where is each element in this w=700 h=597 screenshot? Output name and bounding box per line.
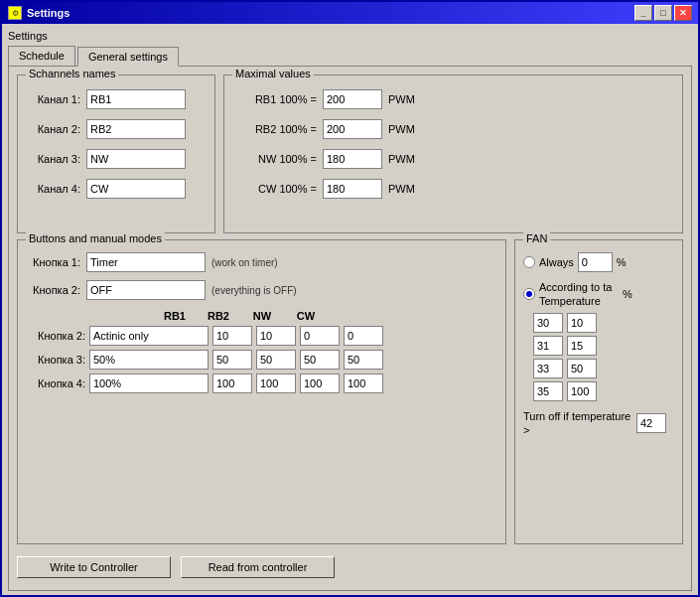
- fan-pct2[interactable]: [567, 336, 597, 356]
- fan-temp-row-4: [533, 381, 674, 401]
- fan-title: FAN: [523, 232, 550, 244]
- fan-according-label: According to ta Temperature: [539, 280, 619, 309]
- grid-row2-label: Кнопка 3:: [26, 354, 85, 366]
- maxval-label-3: NW 100% =: [232, 153, 317, 165]
- grid-header: RB1 RB2 NW CW: [155, 310, 497, 322]
- maxval-label-1: RB1 100% =: [232, 93, 317, 105]
- maxval-unit-1: PWM: [388, 93, 423, 105]
- maxvals-group: Maximal values RB1 100% = PWM RB2 100% =…: [223, 75, 683, 233]
- channel-label-2: Канал 2:: [26, 123, 80, 135]
- fan-temp-row-1: [533, 313, 674, 333]
- maxval-row-3: NW 100% = PWM: [232, 149, 674, 169]
- fan-pct4[interactable]: [567, 381, 597, 401]
- fan-always-radio[interactable]: [523, 256, 535, 268]
- grid-row1-cw[interactable]: [344, 326, 383, 346]
- maxval-label-4: CW 100% =: [232, 183, 317, 195]
- write-controller-button[interactable]: Write to Controller: [17, 556, 171, 578]
- maxval-row-4: CW 100% = PWM: [232, 179, 674, 199]
- grid-row1-nw[interactable]: [300, 326, 340, 346]
- tab-schedule[interactable]: Schedule: [8, 46, 75, 66]
- grid-row1-rb1[interactable]: [212, 326, 252, 346]
- channel-label-4: Канал 4:: [26, 183, 80, 195]
- fan-always-input[interactable]: [578, 252, 613, 272]
- grid-row2-rb2[interactable]: [256, 350, 296, 370]
- tab-general[interactable]: General settings: [77, 47, 179, 67]
- middle-row: Buttons and manual modes Кнопка 1: (work…: [17, 239, 683, 544]
- grid-row3-rb1[interactable]: [212, 373, 252, 393]
- fan-temp-row-3: [533, 359, 674, 378]
- close-button[interactable]: ✕: [674, 5, 692, 21]
- fan-according-percent: %: [623, 288, 632, 300]
- channel-input-4[interactable]: [86, 179, 186, 199]
- fan-group: FAN Always % According to ta Temperature…: [514, 239, 683, 544]
- maxval-label-2: RB2 100% =: [232, 123, 317, 135]
- grid-row2-rb1[interactable]: [212, 350, 252, 370]
- fan-temp1[interactable]: [533, 313, 563, 333]
- maxval-row-2: RB2 100% = PWM: [232, 119, 674, 139]
- fan-pct1[interactable]: [567, 313, 597, 333]
- bottom-bar: Write to Controller Read from controller: [17, 550, 683, 582]
- fan-turnoff-input[interactable]: [636, 413, 666, 433]
- grid-row2-nw[interactable]: [300, 350, 340, 370]
- fan-according-radio[interactable]: [523, 288, 535, 300]
- grid-col-rb1: RB1: [155, 310, 195, 322]
- grid-row2-name[interactable]: [89, 350, 209, 370]
- tab-content: Schannels names Канал 1: Канал 2: Канал …: [8, 66, 692, 591]
- settings-menu-item[interactable]: Settings: [8, 30, 48, 42]
- read-controller-button[interactable]: Read from controller: [181, 556, 335, 578]
- fan-temp-table: [533, 313, 674, 401]
- window-icon: ⚙: [8, 6, 22, 20]
- manual-grid: RB1 RB2 NW CW Кнопка 2:: [26, 310, 497, 393]
- grid-col-rb2: RB2: [199, 310, 238, 322]
- grid-row1-rb2[interactable]: [256, 326, 296, 346]
- title-bar: ⚙ Settings _ □ ✕: [2, 2, 698, 24]
- top-row: Schannels names Канал 1: Канал 2: Канал …: [17, 75, 683, 233]
- maxval-input-nw[interactable]: [323, 149, 382, 169]
- channel-row-4: Канал 4:: [26, 179, 207, 199]
- grid-row3-nw[interactable]: [300, 373, 340, 393]
- knopka2-top-row: Кнопка 2: (everything is OFF): [26, 280, 497, 300]
- grid-row3-name[interactable]: [89, 373, 209, 393]
- buttons-title: Buttons and manual modes: [26, 232, 165, 244]
- grid-col-cw: CW: [286, 310, 326, 322]
- maxval-input-rb1[interactable]: [323, 89, 382, 109]
- channels-title: Schannels names: [26, 68, 118, 79]
- maximize-button[interactable]: □: [654, 5, 672, 21]
- channel-label-3: Канал 3:: [26, 153, 80, 165]
- menu-bar: Settings: [8, 28, 692, 46]
- knopka2-top-input[interactable]: [86, 280, 206, 300]
- minimize-button[interactable]: _: [634, 5, 652, 21]
- channel-label-1: Канал 1:: [26, 93, 80, 105]
- maxval-input-cw[interactable]: [323, 179, 382, 199]
- knopka1-input[interactable]: [86, 252, 206, 272]
- fan-always-label: Always: [539, 256, 574, 268]
- fan-turnoff-label: Turn off if temperature >: [523, 409, 632, 438]
- fan-temp4[interactable]: [533, 381, 563, 401]
- grid-row-1: Кнопка 2:: [26, 326, 497, 346]
- fan-pct3[interactable]: [567, 359, 597, 378]
- fan-temp3[interactable]: [533, 359, 563, 378]
- settings-window: ⚙ Settings _ □ ✕ Settings Schedule Gener…: [0, 0, 700, 597]
- maxval-unit-3: PWM: [388, 153, 423, 165]
- maxvals-title: Maximal values: [232, 68, 314, 79]
- fan-always-row: Always %: [523, 252, 674, 272]
- channel-row-2: Канал 2:: [26, 119, 207, 139]
- grid-row3-rb2[interactable]: [256, 373, 296, 393]
- grid-row2-cw[interactable]: [344, 350, 383, 370]
- channel-input-1[interactable]: [86, 89, 186, 109]
- fan-temp-row-2: [533, 336, 674, 356]
- channel-input-2[interactable]: [86, 119, 186, 139]
- fan-temp2[interactable]: [533, 336, 563, 356]
- knopka2-top-note: (everything is OFF): [211, 285, 297, 296]
- channels-group: Schannels names Канал 1: Канал 2: Канал …: [17, 75, 215, 233]
- channel-input-3[interactable]: [86, 149, 186, 169]
- knopka1-note: (work on timer): [211, 257, 278, 268]
- grid-row-2: Кнопка 3:: [26, 350, 497, 370]
- fan-always-percent: %: [617, 256, 627, 268]
- knopka2-top-label: Кнопка 2:: [26, 284, 80, 296]
- maxval-unit-2: PWM: [388, 123, 423, 135]
- maxval-input-rb2[interactable]: [323, 119, 382, 139]
- fan-according-row: According to ta Temperature %: [523, 280, 674, 309]
- grid-row3-cw[interactable]: [344, 373, 383, 393]
- grid-row1-name[interactable]: [89, 326, 209, 346]
